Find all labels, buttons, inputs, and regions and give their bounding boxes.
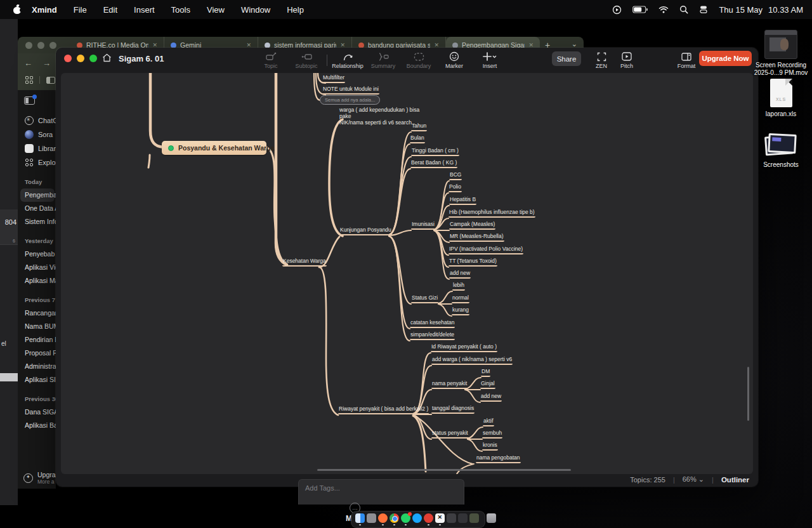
sidebar-item-explore[interactable]: Explore bbox=[18, 155, 56, 169]
menu-help[interactable]: Help bbox=[287, 5, 304, 15]
mindmap-node[interactable]: Bulan bbox=[410, 135, 425, 143]
dock-item-photos[interactable] bbox=[367, 513, 376, 525]
mindmap-node[interactable]: add new bbox=[449, 270, 471, 279]
back-icon[interactable]: ← bbox=[24, 58, 32, 68]
menu-file[interactable]: File bbox=[74, 5, 87, 15]
mindmap-node[interactable]: Kesehatan Warga bbox=[282, 258, 327, 267]
upgrade-now-button[interactable]: Upgrade Now bbox=[699, 51, 752, 66]
panel-icon[interactable] bbox=[46, 77, 55, 84]
mindmap-node[interactable]: Tahun bbox=[411, 122, 427, 131]
close-window-button[interactable] bbox=[64, 55, 72, 62]
menu-edit[interactable]: Edit bbox=[103, 5, 117, 15]
history-item[interactable]: Aplikasi SIG bbox=[18, 373, 56, 386]
dock-item-trash[interactable] bbox=[487, 513, 496, 525]
dock-item-safari[interactable] bbox=[412, 513, 422, 525]
mindmap-node[interactable]: Tinggi Badan ( cm ) bbox=[411, 147, 459, 156]
mindmap-node[interactable]: kronis bbox=[482, 442, 498, 451]
mindmap-node[interactable]: simpan/edit/delete bbox=[410, 331, 455, 340]
mindmap-node[interactable]: sembuh bbox=[482, 430, 502, 439]
history-item[interactable]: One Data Ac bbox=[18, 202, 56, 215]
menu-view[interactable]: View bbox=[207, 5, 225, 15]
dock-item-pinwheel[interactable] bbox=[424, 513, 433, 525]
mindmap-node[interactable]: Riwayat penyakit ( bisa add berkali2 ) bbox=[338, 406, 429, 414]
mindmap-node[interactable]: MR (Measles-Rubella) bbox=[449, 233, 504, 242]
mindmap-node[interactable]: nama penyakit bbox=[431, 380, 468, 389]
menu-bar-clock[interactable]: Thu 15 May 10.33 AM bbox=[719, 5, 803, 15]
mindmap-node[interactable]: nama pengobatan bbox=[476, 454, 521, 463]
zoom-window-button[interactable] bbox=[89, 55, 97, 62]
history-item[interactable]: Aplikasi Mar bbox=[18, 274, 56, 287]
mindmap-node[interactable]: add new bbox=[480, 393, 502, 402]
minimize-window-button[interactable] bbox=[77, 55, 84, 62]
history-item[interactable]: Pengemban bbox=[20, 188, 55, 202]
mindmap-node[interactable]: Hib (Haemophilus influenzae tipe b) bbox=[449, 209, 535, 218]
mindmap-node[interactable]: Id Riwayat penyakit ( auto ) bbox=[431, 343, 497, 352]
mindmap-node[interactable]: Berat Badan ( KG ) bbox=[410, 159, 457, 168]
desktop-icon-screen-recording[interactable]: Screen Recording2025-0...9 PM.mov bbox=[752, 30, 809, 76]
mindmap-node[interactable]: Status Gizi bbox=[411, 294, 438, 303]
mindmap-node[interactable]: Imunisasi bbox=[411, 221, 435, 230]
dock-item-display[interactable] bbox=[458, 513, 468, 525]
mindmap-node[interactable]: Hepatitis B bbox=[449, 196, 476, 205]
horizontal-scrollbar[interactable] bbox=[317, 469, 571, 471]
relationship-button[interactable]: Relationship bbox=[332, 50, 363, 69]
share-button[interactable]: Share bbox=[552, 51, 581, 66]
desktop-icon-laporan-xls[interactable]: XLS laporan.xls bbox=[752, 79, 809, 118]
dock-item-finder[interactable] bbox=[355, 513, 365, 525]
zen-mode-button[interactable]: ZEN bbox=[587, 50, 615, 69]
history-item[interactable]: Rancangan S bbox=[18, 307, 56, 320]
spotlight-search-icon[interactable] bbox=[679, 5, 688, 14]
mindmap-node[interactable]: Ginjal bbox=[480, 380, 495, 389]
mindmap-node[interactable]: catatan kesehatan bbox=[410, 319, 455, 328]
sidebar-item-sora[interactable]: Sora bbox=[18, 128, 56, 142]
summary-button[interactable]: Summary bbox=[368, 50, 398, 69]
history-item[interactable]: Penyebab P bbox=[18, 248, 56, 261]
subtopic-button[interactable]: Subtopic bbox=[291, 50, 322, 69]
home-icon[interactable] bbox=[102, 53, 112, 65]
history-item[interactable]: Proposal Pe bbox=[18, 346, 56, 360]
add-tags-field[interactable]: Add Tags... bbox=[299, 480, 464, 492]
menu-insert[interactable]: Insert bbox=[134, 5, 155, 15]
mindmap-node[interactable]: Polio bbox=[449, 183, 462, 192]
boundary-button[interactable]: Boundary bbox=[403, 50, 434, 69]
desktop-icon-screenshots[interactable]: Screenshots bbox=[752, 133, 809, 169]
sidebar-toggle-icon[interactable] bbox=[24, 96, 35, 105]
history-item[interactable]: Dana SIGAP bbox=[18, 406, 56, 419]
dock-item-firefox[interactable] bbox=[378, 513, 388, 525]
apple-menu-icon[interactable] bbox=[13, 5, 22, 14]
history-item[interactable]: Administras bbox=[18, 360, 56, 373]
mindmap-node[interactable]: NOTE untuk Module ini bbox=[322, 86, 379, 95]
zoom-level-control[interactable]: 66% ⌄ bbox=[683, 475, 704, 484]
mindmap-node[interactable]: Kunjungan Posyandu bbox=[339, 227, 392, 235]
mindmap-central-topic[interactable]: Posyandu & Kesehatan Warga bbox=[162, 141, 266, 155]
vertical-scrollbar[interactable] bbox=[747, 367, 749, 421]
dock-item-chrome[interactable] bbox=[390, 513, 399, 525]
mindmap-node[interactable]: normal bbox=[452, 294, 469, 303]
insert-button[interactable]: Insert bbox=[475, 50, 505, 69]
sidebar-upgrade[interactable]: Upgra More a bbox=[18, 467, 56, 489]
format-button[interactable]: Format bbox=[672, 50, 700, 69]
xmind-window-controls[interactable] bbox=[64, 55, 97, 62]
dock-item-xmind[interactable] bbox=[435, 513, 445, 525]
mindmap-node[interactable]: TT (Tetanus Toxoid) bbox=[449, 258, 497, 267]
mindmap-node[interactable]: status penyakit bbox=[431, 430, 469, 439]
mindmap-node[interactable]: aktif bbox=[483, 418, 494, 426]
mindmap-node[interactable]: BCG bbox=[449, 171, 462, 180]
dock-item-notes[interactable] bbox=[469, 513, 479, 525]
dock-item-files[interactable] bbox=[447, 513, 456, 525]
mindmap-node[interactable]: kurang bbox=[452, 307, 469, 315]
screen-record-icon[interactable] bbox=[612, 5, 622, 15]
app-menu-xmind[interactable]: Xmind bbox=[32, 5, 57, 15]
mindmap-canvas[interactable]: MultifilterNOTE untuk Module iniSemua ad… bbox=[61, 73, 753, 474]
mindmap-node[interactable]: Campak (Measles) bbox=[449, 221, 495, 230]
dock-item-whatsapp[interactable] bbox=[401, 513, 410, 525]
mindmap-node[interactable]: DM bbox=[481, 368, 490, 377]
marker-button[interactable]: Marker bbox=[439, 50, 469, 69]
mindmap-node[interactable]: lebih bbox=[452, 282, 465, 291]
mindmap-node[interactable]: IPV (Inactivated Polio Vaccine) bbox=[449, 246, 523, 254]
history-item[interactable]: Aplikasi Bait bbox=[18, 419, 56, 432]
fast-user-switch-icon[interactable] bbox=[699, 5, 708, 14]
extensions-grid-icon[interactable] bbox=[25, 76, 33, 84]
battery-icon[interactable] bbox=[632, 6, 648, 13]
sidebar-item-library[interactable]: Library bbox=[18, 142, 56, 155]
